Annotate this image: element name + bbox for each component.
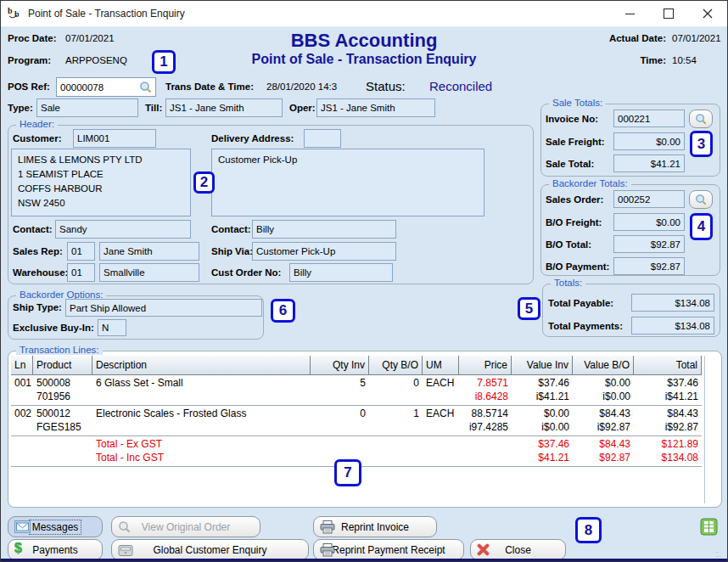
totals-inc-gst-value-inv: $41.21 <box>512 451 573 464</box>
export-spreadsheet-button[interactable] <box>698 516 720 537</box>
reprint-invoice-button[interactable]: Reprint Invoice <box>313 516 437 537</box>
delivery-code-field[interactable] <box>304 129 341 148</box>
type-field[interactable]: Sale <box>36 98 138 117</box>
cell-total: $37.46 <box>634 376 702 390</box>
invoice-no-field[interactable]: 000221 <box>613 110 685 127</box>
oper-label: Oper: <box>289 103 316 113</box>
search-icon <box>118 520 133 534</box>
cell-product: 500012 <box>33 407 92 420</box>
ship-type-field[interactable]: Part Ship Allowed <box>65 299 262 317</box>
cash-register-icon <box>118 543 133 557</box>
screen-title: Point of Sale - Transaction Enquiry <box>252 52 477 67</box>
totals-ex-gst-value-bo: $84.43 <box>573 437 634 451</box>
window-bottom-border <box>1 559 727 561</box>
col-description[interactable]: Description <box>92 356 311 374</box>
global-customer-enquiry-label: Global Customer Enquiry <box>153 544 266 556</box>
cell-value-inv2: i$0.00 <box>512 420 573 434</box>
reprint-payment-receipt-button[interactable]: Reprint Payment Receipt <box>313 539 464 560</box>
sale-freight-field[interactable]: $0.00 <box>613 132 685 150</box>
cell-um: EACH <box>423 407 459 420</box>
cell-value-bo2: i$92.87 <box>573 420 634 434</box>
contact2-field[interactable]: Billy <box>252 220 396 239</box>
col-value-inv[interactable]: Value Inv <box>512 356 573 374</box>
col-qty-bo[interactable]: Qty B/O <box>369 356 423 374</box>
cell-price: 88.5714 <box>459 407 512 420</box>
view-original-order-button[interactable]: View Original Order <box>111 516 260 537</box>
warehouse-code-field[interactable]: 01 <box>67 263 95 282</box>
total-payments-field[interactable]: $134.08 <box>631 317 714 334</box>
exclusive-buyin-field[interactable]: N <box>98 319 126 336</box>
col-value-bo[interactable]: Value B/O <box>573 356 634 374</box>
spreadsheet-icon <box>700 518 718 536</box>
sales-order-field[interactable]: 000252 <box>613 190 685 208</box>
close-button-label: Close <box>505 544 531 556</box>
pos-ref-search-icon[interactable] <box>139 81 153 94</box>
sales-rep-name-field[interactable]: Jane Smith <box>99 242 199 261</box>
cell-product2: 701956 <box>33 390 92 403</box>
col-product[interactable]: Product <box>33 356 92 374</box>
delivery-address-box[interactable]: Customer Pick-Up <box>211 149 484 216</box>
cell-total2: i$41.21 <box>634 390 702 403</box>
time-label: Time: <box>605 55 666 65</box>
transaction-lines-legend: Transaction Lines: <box>16 345 103 355</box>
totals-ex-gst-value-inv: $37.46 <box>512 437 573 451</box>
oper-field[interactable]: JS1 - Jane Smith <box>316 98 435 117</box>
messages-button[interactable]: Messages <box>8 516 103 537</box>
cell-product: 500008 <box>33 376 92 390</box>
global-customer-enquiry-button[interactable]: Global Customer Enquiry <box>111 539 309 560</box>
bo-freight-field[interactable]: $0.00 <box>613 213 685 231</box>
ship-via-label: Ship Via: <box>211 246 253 256</box>
cell-description: 6 Glass Set - Small <box>92 376 311 390</box>
bo-payment-field[interactable]: $92.87 <box>613 257 685 275</box>
sales-rep-code-field[interactable]: 01 <box>67 242 95 261</box>
till-field[interactable]: JS1 - Jane Smith <box>165 98 283 117</box>
warehouse-name-field[interactable]: Smallville <box>99 263 199 282</box>
pos-ref-input[interactable]: 00000078 <box>56 77 156 97</box>
customer-field[interactable]: LIM001 <box>73 129 156 148</box>
table-header-row: Ln Product Description Qty Inv Qty B/O U… <box>11 356 702 375</box>
pos-ref-value: 00000078 <box>60 82 104 93</box>
table-row[interactable]: 002 500012 Electronic Scales - Frosted G… <box>11 406 702 436</box>
header-groupbox-legend: Header: <box>16 119 58 129</box>
sale-totals-legend: Sale Totals: <box>549 98 606 108</box>
cell-value-inv2: i$41.21 <box>512 390 573 403</box>
col-um[interactable]: UM <box>423 356 459 374</box>
minimize-button[interactable] <box>610 1 649 26</box>
maximize-button[interactable] <box>649 1 688 26</box>
reprint-payment-receipt-label: Reprint Payment Receipt <box>332 544 445 556</box>
cell-description: Electronic Scales - Frosted Glass <box>92 407 311 420</box>
bo-total-field[interactable]: $92.87 <box>613 235 685 253</box>
proc-date-value: 07/01/2021 <box>65 33 115 43</box>
invoice-search-button[interactable] <box>689 110 713 128</box>
window-title: Point of Sale - Transaction Enquiry <box>28 1 185 26</box>
time-value: 10:54 <box>672 55 697 65</box>
col-total[interactable]: Total <box>634 356 702 374</box>
cell-price2: i97.4285 <box>459 420 512 434</box>
col-qty-inv[interactable]: Qty Inv <box>311 356 369 374</box>
sale-total-label: Sale Total: <box>546 159 594 169</box>
search-icon <box>695 194 708 206</box>
sale-total-field[interactable]: $41.21 <box>613 155 685 172</box>
ship-via-field[interactable]: Customer Pick-Up <box>252 242 396 261</box>
col-price[interactable]: Price <box>459 356 512 374</box>
payments-button[interactable]: $ Payments <box>8 539 103 560</box>
invoice-no-label: Invoice No: <box>546 114 598 124</box>
cell-value-inv: $0.00 <box>512 407 573 420</box>
close-button[interactable]: Close <box>470 539 566 560</box>
cell-ln: 002 <box>11 407 33 420</box>
proc-date-label: Proc Date: <box>8 33 57 43</box>
table-scrollbar[interactable] <box>704 356 705 503</box>
cust-order-field[interactable]: Billy <box>289 263 393 282</box>
close-window-button[interactable] <box>688 1 727 26</box>
total-payable-field[interactable]: $134.08 <box>631 294 714 312</box>
sales-order-search-button[interactable] <box>689 190 713 209</box>
billing-address-box[interactable]: LIMES & LEMONS PTY LTD 1 SEAMIST PLACE C… <box>11 149 191 216</box>
table-row[interactable]: 001 500008 6 Glass Set - Small 5 0 EACH … <box>11 375 702 406</box>
cell-value-bo: $0.00 <box>573 376 634 390</box>
col-ln[interactable]: Ln <box>11 356 33 374</box>
resize-grip[interactable]: ... <box>716 548 725 557</box>
app-title: BBS Accounting <box>291 30 438 52</box>
cell-qty-bo: 0 <box>369 376 423 390</box>
payments-button-label: Payments <box>32 544 77 556</box>
contact-field[interactable]: Sandy <box>55 220 191 239</box>
